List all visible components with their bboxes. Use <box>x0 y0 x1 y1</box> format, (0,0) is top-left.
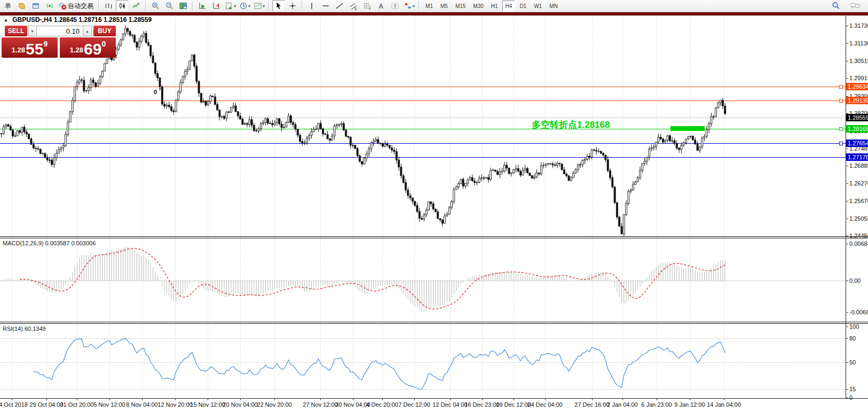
zoom-out-icon <box>165 2 173 10</box>
bar-chart-button[interactable] <box>102 0 115 12</box>
sell-button[interactable]: SELL <box>5 26 27 36</box>
arrows-button[interactable]: ▾ <box>403 0 416 12</box>
indicator-tick <box>846 281 848 281</box>
price-tick <box>846 61 848 61</box>
autotrading-button[interactable]: 自动交易 <box>57 0 96 12</box>
auto-scroll-button[interactable] <box>196 0 209 12</box>
rsi-indicator-label: RSI(14) 60.1349 <box>3 325 46 332</box>
pivot-annotation-text[interactable]: 多空转折点1.28168 <box>532 119 610 131</box>
indicator-tick-label: 15 <box>849 386 856 392</box>
macd-plot[interactable] <box>0 238 846 322</box>
time-tick-label: 19 Dec 12:00 <box>496 401 531 408</box>
pane-separator[interactable] <box>0 236 868 238</box>
text-button[interactable]: A <box>375 0 388 12</box>
timeframe-m15-button[interactable]: M15 <box>452 1 469 11</box>
market-watch-button[interactable] <box>15 0 28 12</box>
time-tick-label: 27 Dec 16:00 <box>574 401 609 408</box>
rsi-plot[interactable] <box>0 324 846 398</box>
indicator-tick <box>846 398 848 398</box>
sell-price-prefix: 1.28 <box>12 46 25 54</box>
time-tick <box>382 398 383 400</box>
new-order-button[interactable]: 单 <box>2 0 14 12</box>
timeframe-m5-button[interactable]: M5 <box>437 1 451 11</box>
collapse-panel-icon[interactable]: ▲ <box>4 18 8 22</box>
autotrading-icon <box>58 2 67 10</box>
navigator-button[interactable] <box>29 0 42 12</box>
cursor-icon <box>274 2 283 10</box>
volume-up-icon[interactable]: ▲ <box>83 26 92 36</box>
arrows-dropdown-icon[interactable]: ▾ <box>413 4 415 9</box>
time-tick <box>208 398 208 400</box>
buy-button[interactable]: BUY <box>93 26 116 36</box>
templates-dropdown-icon[interactable]: ▾ <box>263 4 265 9</box>
crosshair-icon <box>288 2 297 10</box>
timeframe-m1-button[interactable]: M1 <box>422 1 436 11</box>
time-tick-label: 14 Jan 04:00 <box>707 401 741 408</box>
line-chart-button[interactable] <box>130 0 143 12</box>
time-tick <box>12 398 12 400</box>
trend-line-button[interactable] <box>333 0 346 12</box>
indicator-tick <box>846 362 848 363</box>
tile-windows-button[interactable] <box>177 0 190 12</box>
templates-icon <box>254 2 262 10</box>
chat-icon[interactable] <box>849 0 862 12</box>
sell-price-button[interactable]: 1.28 55 9 <box>2 37 58 58</box>
timeframe-m30-button[interactable]: M30 <box>470 1 486 11</box>
zoom-in-icon <box>151 2 160 10</box>
indicator-tick-label: 0 <box>849 394 853 401</box>
time-tick-label: 15 Nov 12:00 <box>190 401 225 408</box>
zoom-out-button[interactable] <box>163 0 176 12</box>
text-label-button[interactable]: T <box>389 0 401 12</box>
pane-separator[interactable] <box>0 322 868 324</box>
periods-button[interactable]: ▾ <box>238 0 251 12</box>
equidistant-channel-button[interactable]: E <box>347 0 360 12</box>
time-tick-label: 29 Oct 04:00 <box>30 401 64 408</box>
indicator-tick <box>846 327 848 327</box>
price-badge-1.27178: 1.27178 <box>846 153 868 161</box>
time-tick <box>482 398 483 400</box>
time-tick <box>240 398 241 400</box>
signals-button[interactable] <box>43 0 56 12</box>
time-tick-label: 27 Nov 12:00 <box>303 401 337 408</box>
horizontal-line-button[interactable] <box>319 0 332 12</box>
indicator-tick-label: 100 <box>849 323 859 330</box>
chart-shift-button[interactable] <box>210 0 223 12</box>
time-tick-label: 12 Dec 04:00 <box>432 401 467 408</box>
add-indicator-button[interactable]: ▾ <box>224 0 237 12</box>
trend-line-icon <box>335 2 344 10</box>
time-tick-label: 20 Nov 04:00 <box>223 401 257 408</box>
zoom-in-button[interactable] <box>149 0 162 12</box>
toolbar-separator <box>145 1 146 11</box>
candlestick-plot[interactable] <box>0 6 846 236</box>
auto-scroll-icon <box>198 2 207 10</box>
timeframe-h4-button[interactable]: H4 <box>502 1 516 11</box>
timeframe-mn-button[interactable]: MN <box>546 1 561 11</box>
horizontal-line-icon <box>321 2 330 10</box>
periods-dropdown-icon[interactable]: ▾ <box>248 4 250 9</box>
ohlc-values: 1.28645 1.28716 1.28516 1.28559 <box>54 16 152 24</box>
macd-indicator-label: MACD(12,26,9) 0.003587 0.003006 <box>3 240 96 246</box>
time-tick-label: 5 Nov 12:00 <box>93 401 125 408</box>
price-tick-label: 1.26885 <box>849 162 868 169</box>
cursor-button[interactable] <box>272 0 285 12</box>
vertical-line-button[interactable] <box>305 0 318 12</box>
time-tick-label: 16 Dec 23:00 <box>464 401 499 408</box>
fibonacci-button[interactable]: F <box>361 0 374 12</box>
price-tick-label: 1.30515 <box>849 58 868 64</box>
price-tick <box>846 236 848 236</box>
volume-down-icon[interactable]: ▼ <box>28 26 37 36</box>
search-icon[interactable] <box>830 0 842 12</box>
buy-price-button[interactable]: 1.28 69 0 <box>60 37 116 58</box>
candlestick-chart-button[interactable] <box>116 0 129 12</box>
add-indicator-dropdown-icon[interactable]: ▾ <box>234 4 236 9</box>
timeframe-d1-button[interactable]: D1 <box>516 1 530 11</box>
price-tick-label: 1.31130 <box>849 40 868 46</box>
buy-price-sup: 0 <box>101 40 106 48</box>
templates-button[interactable]: ▾ <box>252 0 266 12</box>
toolbar: 单自动交易▾▾▾EFAT▾M1M5M15M30H1H4D1W1MN <box>0 0 868 12</box>
volume-field[interactable]: 0.10 <box>37 26 83 36</box>
price-badge-1.27654: 1.27654 <box>846 139 868 147</box>
timeframe-h1-button[interactable]: H1 <box>488 1 501 11</box>
crosshair-button[interactable] <box>286 0 299 12</box>
timeframe-w1-button[interactable]: W1 <box>531 1 545 11</box>
